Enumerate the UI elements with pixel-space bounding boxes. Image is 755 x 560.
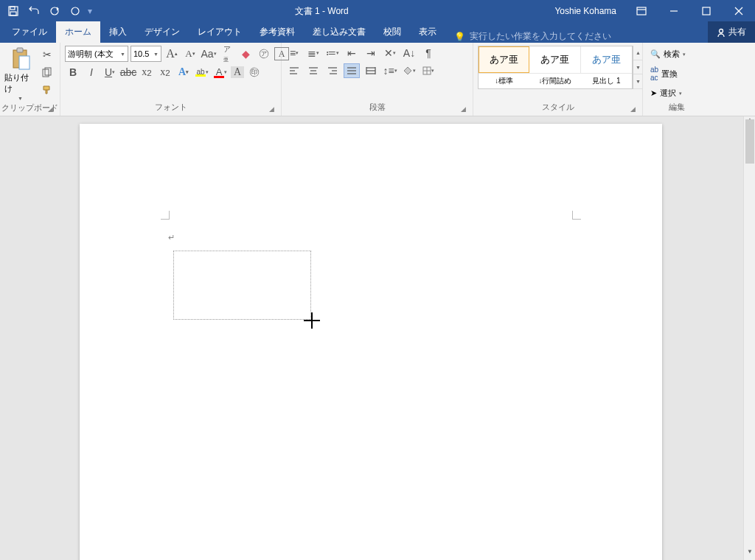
- line-spacing-icon[interactable]: ↕≡▾: [382, 63, 398, 78]
- lightbulb-icon: 💡: [454, 32, 465, 42]
- italic-button[interactable]: I: [83, 65, 100, 80]
- font-group-label: フォント: [60, 100, 281, 116]
- underline-button[interactable]: U▾: [102, 65, 118, 80]
- group-clipboard: 貼り付け ▼ ✂ クリップボード ◢: [0, 43, 60, 116]
- tab-insert[interactable]: 挿入: [100, 21, 136, 43]
- font-color-icon[interactable]: A▾: [212, 65, 229, 80]
- minimize-icon[interactable]: [658, 0, 690, 22]
- gallery-more-icon[interactable]: ▼: [633, 74, 643, 89]
- text-effects-icon[interactable]: A▾: [175, 65, 192, 80]
- gallery-down-icon[interactable]: ▼: [633, 60, 643, 75]
- circle-icon[interactable]: [66, 2, 84, 20]
- tab-home[interactable]: ホーム: [56, 21, 100, 43]
- character-shading-icon[interactable]: A: [231, 66, 244, 78]
- style-label-nospacing: ↓行間詰め: [529, 74, 580, 88]
- gallery-up-icon[interactable]: ▲: [633, 46, 643, 60]
- shading-icon[interactable]: ▾: [401, 63, 417, 78]
- font-name-combo[interactable]: 游明朝 (本文▼: [65, 46, 128, 62]
- enclose-characters-icon[interactable]: ㋐: [256, 46, 272, 61]
- superscript-button[interactable]: x2: [157, 65, 173, 80]
- ribbon-display-icon[interactable]: [625, 0, 658, 22]
- replace-label: 置換: [661, 69, 678, 80]
- font-size-combo[interactable]: 10.5▼: [131, 46, 161, 62]
- align-left-icon[interactable]: [286, 63, 302, 78]
- tab-references[interactable]: 参考資料: [251, 21, 304, 43]
- save-icon[interactable]: [4, 2, 22, 20]
- style-sample: あア亜: [540, 53, 569, 66]
- share-button[interactable]: 共有: [708, 21, 755, 43]
- font-dialog-launcher[interactable]: ◢: [269, 105, 278, 114]
- clear-formatting-icon[interactable]: ◆: [237, 46, 254, 61]
- shrink-font-icon[interactable]: A▾: [182, 46, 198, 61]
- svg-rect-13: [17, 48, 23, 52]
- style-nospacing[interactable]: あア亜: [529, 46, 580, 73]
- document-area: ↵ ▲ ▼: [0, 116, 755, 560]
- show-marks-icon[interactable]: ¶: [420, 46, 436, 60]
- borders-icon[interactable]: ▾: [420, 63, 436, 78]
- grow-font-icon[interactable]: A▴: [164, 46, 180, 61]
- layout-frame-drag[interactable]: [173, 251, 311, 320]
- redo-icon[interactable]: [46, 2, 63, 20]
- paste-button[interactable]: 貼り付け ▼: [4, 46, 36, 101]
- paragraph-dialog-launcher[interactable]: ◢: [461, 105, 470, 114]
- ribbon: 貼り付け ▼ ✂ クリップボード ◢ 游明朝 (本文▼ 10.5▼ A▴ A▾ …: [0, 43, 755, 116]
- page[interactable]: ↵: [80, 124, 662, 560]
- numbering-icon[interactable]: ≣▾: [305, 46, 321, 60]
- maximize-icon[interactable]: [690, 0, 723, 22]
- phonetic-guide-icon[interactable]: ア亜: [219, 46, 235, 61]
- vertical-scrollbar[interactable]: ▲ ▼: [743, 116, 755, 560]
- bold-button[interactable]: B: [65, 65, 81, 80]
- subscript-button[interactable]: x2: [139, 65, 155, 80]
- scroll-thumb[interactable]: [745, 119, 754, 164]
- tell-me[interactable]: 💡 実行したい作業を入力してください: [445, 30, 620, 43]
- document-title: 文書 1 - Word: [97, 5, 546, 18]
- paragraph-mark: ↵: [168, 233, 175, 242]
- highlight-color-icon[interactable]: ab▾: [194, 65, 210, 80]
- close-icon[interactable]: [723, 0, 755, 22]
- style-sample: あア亜: [490, 53, 518, 66]
- change-case-icon[interactable]: Aa▾: [201, 46, 217, 61]
- title-right: Yoshie Kohama: [546, 0, 755, 22]
- scroll-down-icon[interactable]: ▼: [744, 548, 755, 560]
- tab-mailings[interactable]: 差し込み文書: [304, 21, 375, 43]
- paragraph-group-label: 段落: [282, 100, 473, 116]
- quick-access-toolbar: ▾: [0, 2, 97, 20]
- align-center-icon[interactable]: [305, 63, 321, 78]
- svg-rect-1: [10, 7, 15, 10]
- ribbon-tabs: ファイル ホーム 挿入 デザイン レイアウト 参考資料 差し込み文書 校閲 表示…: [0, 22, 755, 43]
- svg-rect-2: [10, 12, 16, 15]
- tab-design[interactable]: デザイン: [136, 21, 189, 43]
- tab-review[interactable]: 校閲: [375, 21, 410, 43]
- group-paragraph: ≡▾ ≣▾ ≔▾ ⇤ ⇥ ✕▾ A↓ ¶ ↕≡▾ ▾ ▾ 段落 ◢: [282, 43, 473, 116]
- tab-file[interactable]: ファイル: [3, 21, 56, 43]
- multilevel-list-icon[interactable]: ≔▾: [324, 46, 341, 60]
- format-painter-icon[interactable]: [39, 83, 55, 97]
- replace-button[interactable]: abac置換: [647, 64, 706, 83]
- username: Yoshie Kohama: [546, 6, 625, 16]
- undo-icon[interactable]: [25, 2, 43, 20]
- find-button[interactable]: 🔍検索▾: [647, 47, 706, 61]
- align-right-icon[interactable]: [324, 63, 341, 78]
- decrease-indent-icon[interactable]: ⇤: [344, 46, 360, 60]
- distributed-icon[interactable]: [363, 63, 379, 78]
- style-normal[interactable]: あア亜: [479, 46, 529, 73]
- style-sample: あア亜: [592, 53, 621, 66]
- sort-icon[interactable]: A↓: [401, 46, 417, 60]
- tab-layout[interactable]: レイアウト: [189, 21, 251, 43]
- copy-icon[interactable]: [39, 65, 55, 80]
- tell-me-label: 実行したい作業を入力してください: [470, 30, 611, 43]
- increase-indent-icon[interactable]: ⇥: [363, 46, 379, 60]
- asian-layout-icon[interactable]: ✕▾: [382, 46, 398, 60]
- bullets-icon[interactable]: ≡▾: [286, 46, 302, 60]
- enclose-circle-icon[interactable]: ㊞: [246, 65, 262, 80]
- cut-icon[interactable]: ✂: [39, 47, 55, 62]
- tab-view[interactable]: 表示: [410, 21, 445, 43]
- select-button[interactable]: ➤選択▾: [647, 86, 706, 100]
- clipboard-dialog-launcher[interactable]: ◢: [48, 105, 57, 114]
- group-styles: あア亜 あア亜 あア亜 ↓標準 ↓行間詰め 見出し 1 ▲ ▼ ▼: [473, 43, 643, 116]
- styles-dialog-launcher[interactable]: ◢: [630, 105, 639, 114]
- qat-dropdown-icon[interactable]: ▾: [87, 6, 93, 16]
- strikethrough-button[interactable]: abc: [120, 65, 136, 80]
- style-heading1[interactable]: あア亜: [581, 46, 632, 73]
- align-justify-icon[interactable]: [344, 63, 360, 78]
